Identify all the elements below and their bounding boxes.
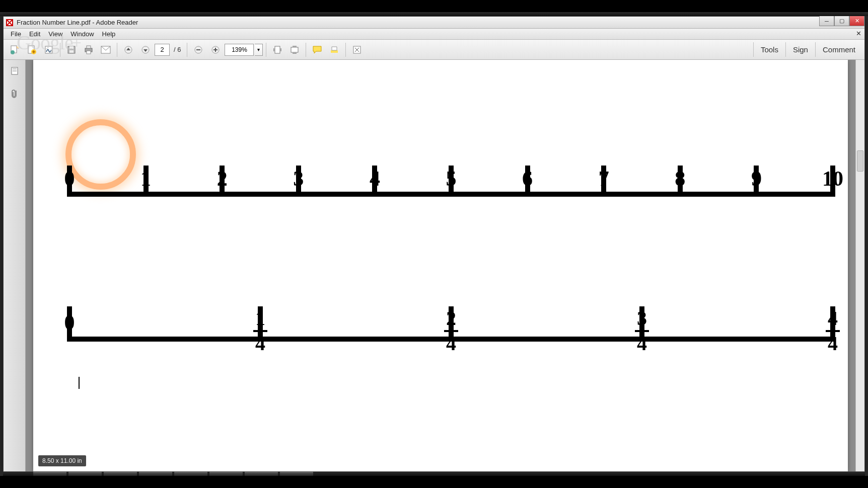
titlebar[interactable]: Fraction Number Line.pdf - Adobe Reader … xyxy=(4,17,864,29)
taskbar[interactable] xyxy=(3,472,865,476)
workspace: 012345678910 014243444 8.50 x 11.00 in xyxy=(4,60,864,471)
navigation-sidebar xyxy=(4,60,26,471)
svg-rect-22 xyxy=(291,47,298,52)
toolbar: / 6 139% ▾ Tools Sign Comment xyxy=(4,40,864,60)
tick-label: 7 xyxy=(599,167,609,191)
svg-rect-21 xyxy=(275,46,280,53)
tab-sign[interactable]: Sign xyxy=(785,42,815,57)
svg-rect-26 xyxy=(13,68,17,69)
svg-rect-27 xyxy=(13,70,17,71)
adobe-reader-window: Fraction Number Line.pdf - Adobe Reader … xyxy=(3,16,865,472)
taskbar-item[interactable] xyxy=(245,472,278,476)
tick-label: 0 xyxy=(64,167,75,191)
tick-label: 8 xyxy=(675,167,685,191)
svg-point-3 xyxy=(11,50,15,54)
tick-label: 5 xyxy=(446,167,457,191)
window-title: Fraction Number Line.pdf - Adobe Reader xyxy=(17,19,138,26)
pdf-page: 012345678910 014243444 8.50 x 11.00 in xyxy=(33,60,848,471)
highlight-icon[interactable] xyxy=(326,42,342,58)
desktop-screen: Fraction Number Line.pdf - Adobe Reader … xyxy=(0,12,868,476)
page-up-icon[interactable] xyxy=(120,42,136,58)
svg-rect-11 xyxy=(87,46,91,48)
close-button[interactable]: ✕ xyxy=(849,16,864,26)
minimize-button[interactable]: ─ xyxy=(819,16,834,26)
taskbar-item[interactable] xyxy=(68,472,102,476)
attachments-icon[interactable] xyxy=(8,87,22,101)
svg-rect-8 xyxy=(69,46,74,49)
taskbar-item[interactable] xyxy=(174,472,207,476)
tick-label: 4 xyxy=(370,167,380,191)
mdi-close-button[interactable]: ✕ xyxy=(854,30,862,38)
menu-edit[interactable]: Edit xyxy=(25,29,44,39)
right-panel-tabs: Tools Sign Comment xyxy=(753,40,862,59)
read-mode-icon[interactable] xyxy=(349,42,365,58)
tick-label: 10 xyxy=(822,167,843,191)
number-line-integers: 012345678910 xyxy=(69,160,833,197)
toolbar-separator xyxy=(266,43,266,57)
taskbar-items xyxy=(33,472,313,476)
page-dimensions-badge: 8.50 x 11.00 in xyxy=(38,455,86,466)
taskbar-item[interactable] xyxy=(280,472,313,476)
menu-help[interactable]: Help xyxy=(98,29,120,39)
page-down-icon[interactable] xyxy=(137,42,154,58)
number-line-fractions: 014243444 xyxy=(69,301,833,342)
menu-file[interactable]: File xyxy=(7,29,25,39)
letterbox-bottom xyxy=(0,476,868,488)
tick-label: 44 xyxy=(826,308,840,354)
background-browser-chrome xyxy=(0,12,868,16)
tab-tools[interactable]: Tools xyxy=(753,42,785,57)
taskbar-item[interactable] xyxy=(139,472,172,476)
tick-label: 1 xyxy=(140,167,151,191)
tick-label: 3 xyxy=(293,167,304,191)
tick-label: 6 xyxy=(522,167,533,191)
svg-rect-23 xyxy=(331,50,338,53)
comment-bubble-icon[interactable] xyxy=(309,42,325,58)
taskbar-item[interactable] xyxy=(33,472,66,476)
zoom-out-icon[interactable] xyxy=(190,42,206,58)
svg-rect-17 xyxy=(196,49,200,50)
page-total-label: / 6 xyxy=(171,46,184,53)
fit-page-icon[interactable] xyxy=(269,42,285,58)
toolbar-separator xyxy=(60,43,60,57)
tick-label: 9 xyxy=(751,167,762,191)
tick-label: 2 xyxy=(217,167,228,191)
svg-rect-12 xyxy=(87,51,91,54)
print-icon[interactable] xyxy=(81,42,97,58)
email-icon[interactable] xyxy=(98,42,114,58)
pdf-icon xyxy=(6,19,14,27)
svg-rect-20 xyxy=(215,48,216,52)
export-pdf-icon[interactable] xyxy=(7,42,23,58)
letterbox-top xyxy=(0,0,868,12)
menu-window[interactable]: Window xyxy=(66,29,98,39)
sign-document-icon[interactable] xyxy=(41,42,57,58)
toolbar-separator xyxy=(306,43,306,57)
zoom-value[interactable]: 139% xyxy=(225,44,254,56)
tab-comment[interactable]: Comment xyxy=(815,42,862,57)
thumbnails-icon[interactable] xyxy=(8,64,22,78)
create-pdf-icon[interactable] xyxy=(24,42,40,58)
window-controls: ─ ▢ ✕ xyxy=(819,16,864,26)
taskbar-item[interactable] xyxy=(209,472,243,476)
tick-label: 0 xyxy=(64,310,75,335)
text-cursor xyxy=(79,377,80,389)
tick-label: 34 xyxy=(635,308,649,354)
save-icon[interactable] xyxy=(63,42,80,58)
toolbar-separator xyxy=(345,43,346,57)
taskbar-item[interactable] xyxy=(104,472,137,476)
menubar: File Edit View Window Help ✕ xyxy=(4,29,864,40)
scrollbar-thumb[interactable] xyxy=(857,150,863,172)
toolbar-separator xyxy=(187,43,187,57)
tick-label: 24 xyxy=(444,308,458,354)
menu-view[interactable]: View xyxy=(44,29,66,39)
vertical-scrollbar[interactable] xyxy=(855,60,864,471)
fit-width-icon[interactable] xyxy=(286,42,303,58)
tick-label: 14 xyxy=(253,308,267,354)
zoom-in-icon[interactable] xyxy=(207,42,224,58)
document-area[interactable]: 012345678910 014243444 8.50 x 11.00 in xyxy=(26,60,855,471)
zoom-dropdown-icon[interactable]: ▾ xyxy=(255,44,263,56)
page-number-input[interactable] xyxy=(155,44,170,56)
maximize-button[interactable]: ▢ xyxy=(834,16,849,26)
toolbar-separator xyxy=(117,43,117,57)
svg-rect-9 xyxy=(69,50,74,53)
